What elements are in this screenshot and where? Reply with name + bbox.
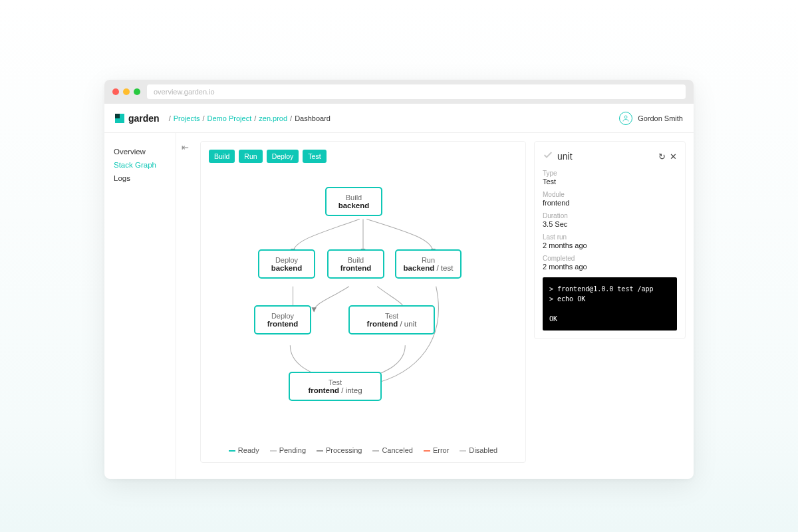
window-controls <box>112 88 140 95</box>
node-type: Test <box>356 312 427 320</box>
minimize-window-button[interactable] <box>123 88 130 95</box>
legend-error: Error <box>424 446 449 454</box>
meta-lastrun-value: 2 months ago <box>543 241 677 249</box>
node-type: Deploy <box>262 312 303 320</box>
maximize-window-button[interactable] <box>134 88 140 95</box>
meta-module-value: frontend <box>543 199 677 207</box>
user-name: Gordon Smith <box>638 114 683 122</box>
node-build-frontend[interactable]: Build frontend <box>327 249 384 279</box>
legend-ready: Ready <box>229 446 259 454</box>
address-bar[interactable]: overview.garden.io <box>147 84 686 99</box>
swatch-error <box>424 450 430 452</box>
node-type: Build <box>333 194 374 201</box>
crumb-current: Dashboard <box>295 114 331 122</box>
filter-run[interactable]: Run <box>239 150 262 163</box>
crumb-projects[interactable]: Projects <box>174 114 200 122</box>
meta-type-label: Type <box>543 170 677 177</box>
node-type: Deploy <box>266 256 307 264</box>
close-icon[interactable]: ✕ <box>670 152 677 162</box>
breadcrumbs: / Projects / Demo Project / zen.prod / D… <box>169 114 331 122</box>
node-type: Run <box>403 256 454 264</box>
logo-icon <box>115 114 124 123</box>
node-type: Build <box>335 256 376 264</box>
meta-duration-value: 3.5 Sec <box>543 220 677 228</box>
meta-completed-value: 2 months ago <box>543 263 677 271</box>
filter-build[interactable]: Build <box>209 150 235 163</box>
meta-module-label: Module <box>543 191 677 198</box>
node-deploy-frontend[interactable]: Deploy frontend <box>254 305 311 334</box>
swatch-disabled <box>460 450 466 452</box>
brand-name: garden <box>128 113 160 124</box>
node-label: frontend <box>335 264 376 272</box>
meta-duration-label: Duration <box>543 212 677 219</box>
swatch-ready <box>229 450 235 452</box>
sidebar: Overview Stack Graph Logs <box>104 133 176 479</box>
swatch-pending <box>270 450 277 452</box>
swatch-canceled <box>372 450 379 452</box>
node-label: frontend / unit <box>356 320 427 328</box>
node-run-backend-test[interactable]: Run backend / test <box>395 249 462 279</box>
node-test-frontend-integ[interactable]: Test frontend / integ <box>289 372 382 401</box>
node-test-frontend-unit[interactable]: Test frontend / unit <box>348 305 435 334</box>
panel-meta: TypeTest Modulefrontend Duration3.5 Sec … <box>543 170 677 271</box>
browser-window: overview.garden.io garden / Projects / D… <box>104 80 694 479</box>
filter-deploy[interactable]: Deploy <box>267 150 299 163</box>
node-build-backend[interactable]: Build backend <box>325 187 382 216</box>
meta-completed-label: Completed <box>543 255 677 262</box>
user-menu[interactable]: Gordon Smith <box>619 112 683 125</box>
node-deploy-backend[interactable]: Deploy backend <box>258 249 315 279</box>
graph-canvas: Build Run Deploy Test <box>200 141 526 463</box>
avatar-icon <box>619 112 632 125</box>
terminal-output: > frontend@1.0.0 test /app > echo OK OK <box>543 277 677 331</box>
browser-titlebar: overview.garden.io <box>104 80 694 104</box>
filter-bar: Build Run Deploy Test <box>209 150 517 163</box>
crumb-project[interactable]: Demo Project <box>207 114 252 122</box>
node-label: backend <box>333 201 374 209</box>
crumb-env[interactable]: zen.prod <box>259 114 287 122</box>
node-label: backend <box>266 264 307 272</box>
node-label: frontend <box>262 320 303 328</box>
check-icon <box>543 150 553 163</box>
collapse-sidebar-icon[interactable]: ⇤ <box>182 141 192 463</box>
app-header: garden / Projects / Demo Project / zen.p… <box>104 104 694 133</box>
sidebar-item-stackgraph[interactable]: Stack Graph <box>114 158 176 172</box>
svg-point-0 <box>624 116 627 118</box>
dependency-graph[interactable]: Build backend Deploy backend Build front… <box>209 163 517 444</box>
filter-test[interactable]: Test <box>303 150 326 163</box>
status-legend: Ready Pending Processing Canceled Error … <box>209 444 517 454</box>
node-label: backend / test <box>403 264 454 272</box>
legend-processing: Processing <box>317 446 362 454</box>
sidebar-item-overview[interactable]: Overview <box>114 145 176 158</box>
legend-canceled: Canceled <box>372 446 412 454</box>
brand-logo[interactable]: garden <box>115 113 160 124</box>
legend-pending: Pending <box>270 446 306 454</box>
close-window-button[interactable] <box>112 88 119 95</box>
legend-disabled: Disabled <box>460 446 497 454</box>
sidebar-item-logs[interactable]: Logs <box>114 172 176 185</box>
refresh-icon[interactable]: ↻ <box>658 152 666 162</box>
meta-type-value: Test <box>543 178 677 186</box>
meta-lastrun-label: Last run <box>543 233 677 241</box>
node-type: Test <box>297 378 374 386</box>
swatch-processing <box>317 450 323 452</box>
details-panel: unit ↻ ✕ TypeTest Modulefrontend Duratio… <box>534 141 686 339</box>
panel-title: unit <box>557 151 654 162</box>
node-label: frontend / integ <box>297 386 374 394</box>
address-bar-text: overview.garden.io <box>154 88 215 96</box>
